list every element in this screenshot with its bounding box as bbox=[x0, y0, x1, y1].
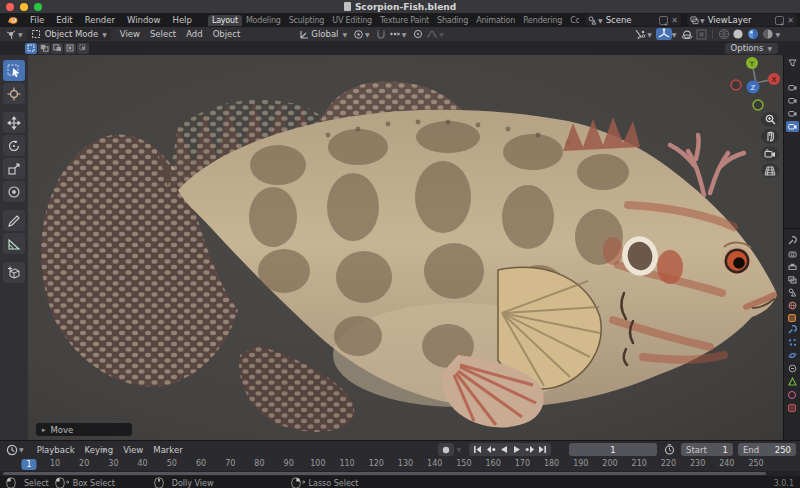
tab-output-icon[interactable] bbox=[786, 261, 799, 272]
zoom-view-icon[interactable] bbox=[761, 112, 779, 127]
tab-object-icon[interactable] bbox=[788, 314, 796, 322]
workspace-tab[interactable]: Sculpting bbox=[285, 15, 329, 26]
jump-to-start-button[interactable] bbox=[471, 443, 484, 456]
tool-move-icon[interactable] bbox=[3, 112, 25, 133]
pan-view-icon[interactable] bbox=[761, 129, 779, 144]
viewport-menu-item[interactable]: Select bbox=[145, 29, 181, 39]
camera-view-icon[interactable] bbox=[761, 146, 779, 161]
tool-select-box-icon[interactable] bbox=[3, 60, 25, 81]
tab-texture-icon[interactable] bbox=[788, 404, 796, 412]
prev-keyframe-button[interactable] bbox=[484, 443, 497, 456]
viewlayer-selector[interactable]: ▼ ViewLayer ✕ bbox=[687, 14, 797, 26]
outliner-camera-toggle-icon[interactable] bbox=[786, 121, 799, 132]
workspace-tab[interactable]: UV Editing bbox=[328, 15, 376, 26]
tool-annotate-icon[interactable] bbox=[3, 210, 25, 231]
navigation-gizmo[interactable]: Y X Z bbox=[728, 55, 783, 113]
timeline-menu-item[interactable]: Marker bbox=[148, 445, 187, 455]
timeline-ruler[interactable]: 1 10203040506070809010011012013014015016… bbox=[0, 458, 800, 471]
snap-magnet-icon[interactable] bbox=[374, 28, 388, 40]
tab-scene-icon[interactable] bbox=[786, 287, 799, 298]
tab-world-icon[interactable] bbox=[786, 300, 799, 311]
workspace-tab[interactable]: Compositing bbox=[566, 15, 579, 26]
tab-material-icon[interactable] bbox=[788, 391, 796, 399]
tool-rotate-icon[interactable] bbox=[3, 135, 25, 156]
tool-transform-icon[interactable] bbox=[3, 181, 25, 202]
current-frame-field[interactable]: 1 bbox=[569, 443, 657, 456]
tab-render-icon[interactable] bbox=[786, 248, 799, 259]
play-reverse-button[interactable] bbox=[497, 443, 510, 456]
menu-item[interactable]: Render bbox=[79, 15, 121, 25]
pivot-point-icon[interactable] bbox=[351, 28, 365, 40]
shading-solid-icon[interactable] bbox=[731, 28, 745, 40]
jump-to-end-button[interactable] bbox=[536, 443, 549, 456]
outliner-camera-toggle-icon[interactable] bbox=[786, 95, 799, 106]
tab-object-data-icon[interactable] bbox=[786, 376, 799, 387]
viewport-menu-item[interactable]: View bbox=[115, 29, 145, 39]
tab-constraints-icon[interactable] bbox=[786, 363, 799, 374]
tool-add-cube-icon[interactable] bbox=[3, 262, 25, 283]
orientation-label[interactable]: Global bbox=[311, 29, 338, 39]
gizmo-axis-x-neg[interactable] bbox=[731, 80, 741, 90]
gizmo-axis-y-neg[interactable] bbox=[753, 100, 763, 110]
scene-selector[interactable]: ▼ Scene ✕ bbox=[585, 14, 681, 26]
tool-cursor-icon[interactable] bbox=[3, 83, 25, 104]
tab-particles-icon[interactable] bbox=[786, 337, 799, 348]
tool-measure-icon[interactable] bbox=[3, 233, 25, 254]
play-button[interactable] bbox=[510, 443, 523, 456]
show-overlays-icon[interactable] bbox=[680, 28, 694, 40]
operator-panel-move[interactable]: ▸ Move bbox=[36, 423, 132, 436]
remove-viewlayer-icon[interactable]: ✕ bbox=[787, 16, 794, 25]
select-mode-extend-icon[interactable] bbox=[38, 43, 50, 54]
snap-target-icon[interactable] bbox=[388, 28, 402, 40]
editor-type-icon[interactable] bbox=[4, 28, 18, 40]
shading-wireframe-icon[interactable] bbox=[717, 28, 731, 40]
next-keyframe-button[interactable] bbox=[523, 443, 536, 456]
scrollbar-thumb[interactable] bbox=[3, 472, 766, 475]
tab-modifiers-icon[interactable] bbox=[786, 324, 799, 335]
toggle-xray-icon[interactable] bbox=[694, 28, 708, 40]
tab-view-layer-icon[interactable] bbox=[786, 274, 799, 285]
outliner-filter-icon[interactable] bbox=[786, 57, 799, 68]
select-mode-intersect-icon[interactable] bbox=[77, 43, 89, 54]
tab-tool-icon[interactable] bbox=[786, 235, 799, 246]
timeline-scrollbar[interactable] bbox=[0, 471, 800, 476]
menu-item[interactable]: File bbox=[24, 15, 50, 25]
new-viewlayer-icon[interactable] bbox=[775, 16, 784, 25]
use-preview-range-icon[interactable] bbox=[662, 444, 676, 456]
shading-material-preview-icon[interactable] bbox=[745, 28, 761, 40]
unlink-scene-icon[interactable]: ✕ bbox=[671, 16, 678, 25]
tool-scale-icon[interactable] bbox=[3, 158, 25, 179]
workspace-tab[interactable]: Shading bbox=[433, 15, 472, 26]
selectability-visibility-icon[interactable] bbox=[633, 28, 647, 40]
outliner-camera-toggle-icon[interactable] bbox=[786, 108, 799, 119]
options-dropdown[interactable]: Options ▼ bbox=[725, 43, 778, 54]
end-frame-field[interactable]: End 250 bbox=[738, 443, 796, 456]
viewport-canvas[interactable] bbox=[28, 55, 783, 440]
workspace-tab[interactable]: Texture Paint bbox=[376, 15, 433, 26]
show-gizmo-icon[interactable] bbox=[656, 28, 672, 40]
timeline-editor-type-icon[interactable] bbox=[5, 444, 19, 456]
start-frame-field[interactable]: Start 1 bbox=[681, 443, 733, 456]
timeline-menu-item[interactable]: Playback bbox=[32, 445, 80, 455]
timeline-menu-item[interactable]: View bbox=[118, 445, 148, 455]
menu-item[interactable]: Edit bbox=[50, 15, 78, 25]
viewport-menu-item[interactable]: Object bbox=[208, 29, 246, 39]
workspace-tab[interactable]: Rendering bbox=[519, 15, 566, 26]
shading-rendered-icon[interactable] bbox=[761, 28, 775, 40]
workspace-tab[interactable]: Layout bbox=[208, 15, 242, 26]
viewport-3d[interactable]: Y X Z ▸ Move bbox=[28, 55, 783, 440]
toggle-perspective-icon[interactable] bbox=[761, 163, 779, 178]
falloff-curve-icon[interactable] bbox=[425, 28, 439, 40]
select-mode-set-icon[interactable] bbox=[25, 43, 37, 54]
tab-physics-icon[interactable] bbox=[786, 350, 799, 361]
viewport-menu-item[interactable]: Add bbox=[181, 29, 207, 39]
auto-keying-button[interactable] bbox=[438, 443, 454, 456]
workspace-tab[interactable]: Animation bbox=[472, 15, 519, 26]
timeline-menu-item[interactable]: Keying bbox=[80, 445, 119, 455]
menu-item[interactable]: Window bbox=[121, 15, 167, 25]
mode-selector[interactable]: Object Mode ▼ bbox=[27, 28, 111, 40]
blender-logo-icon[interactable] bbox=[7, 15, 18, 26]
menu-item[interactable]: Help bbox=[166, 15, 197, 25]
outliner-camera-toggle-icon[interactable] bbox=[786, 82, 799, 93]
select-mode-subtract-icon[interactable] bbox=[51, 43, 63, 54]
